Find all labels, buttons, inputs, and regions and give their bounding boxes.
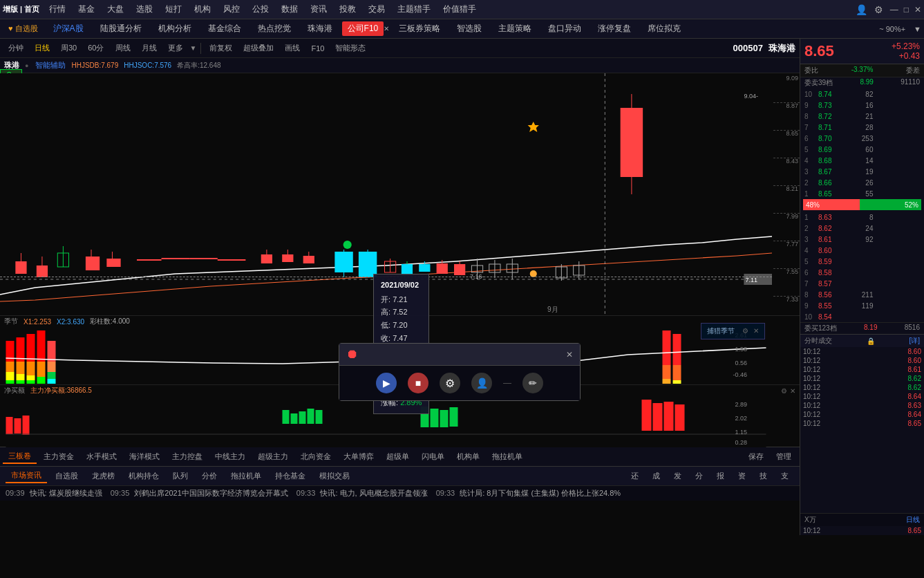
- right-tab-zhi[interactable]: 支: [775, 469, 794, 483]
- menu-item-news[interactable]: 资讯: [305, 2, 332, 17]
- menu-item-fund[interactable]: 基金: [73, 2, 100, 17]
- smart-form[interactable]: 智能形态: [331, 42, 370, 54]
- right-tab-ji[interactable]: 技: [754, 469, 773, 483]
- nav-close-tab[interactable]: ✕: [384, 25, 389, 32]
- time-60min[interactable]: 60分: [84, 42, 108, 54]
- menu-item-data[interactable]: 数据: [276, 2, 303, 17]
- bid-header-label: 委买123档: [804, 324, 837, 333]
- time-weekly30[interactable]: 周30: [57, 42, 81, 54]
- bottom-tab-haiyang[interactable]: 海洋模式: [124, 450, 165, 463]
- bottom-tab-baocun[interactable]: 保存: [743, 450, 769, 463]
- menu-item-short[interactable]: 短打: [160, 2, 187, 17]
- svg-text:1.15: 1.15: [735, 429, 748, 436]
- nav-jigou[interactable]: 基金综合: [201, 21, 248, 36]
- menu-item-edu[interactable]: 投教: [334, 2, 361, 17]
- bottom-tab-zhongxian[interactable]: 中线主力: [209, 450, 251, 463]
- video-person-btn[interactable]: 👤: [471, 373, 492, 393]
- nav-pankou[interactable]: 涨停复盘: [591, 21, 638, 36]
- svg-text:0.56: 0.56: [735, 360, 748, 366]
- menu-item-risk[interactable]: 风控: [218, 2, 245, 17]
- capture-settings-icon[interactable]: ⚙: [742, 327, 748, 335]
- bottom-tab-guanli[interactable]: 管理: [771, 450, 797, 463]
- capture-close-icon[interactable]: ✕: [753, 327, 759, 335]
- info-tab-jijin[interactable]: 持仓基金: [270, 469, 311, 483]
- maximize-icon[interactable]: □: [904, 5, 909, 15]
- info-tab-zixuan[interactable]: 自选股: [50, 469, 84, 483]
- nav-zhangting[interactable]: 席位拟克: [641, 21, 688, 36]
- zoom-down-icon[interactable]: ▼: [914, 25, 921, 33]
- chaojidiejia[interactable]: 超级叠加: [239, 42, 278, 54]
- bottom-tab-shuishou[interactable]: 水手模式: [81, 450, 122, 463]
- time-1min[interactable]: 分钟: [4, 42, 28, 54]
- fuquan[interactable]: 前复权: [205, 42, 236, 54]
- user-icon[interactable]: 👤: [856, 4, 867, 15]
- settings-icon[interactable]: ⚙: [874, 4, 883, 15]
- menu-item-market[interactable]: 行情: [44, 2, 71, 17]
- right-tab-fa[interactable]: 发: [668, 469, 687, 483]
- info-tab-moni[interactable]: 模拟交易: [314, 469, 355, 483]
- nav-f10[interactable]: 三板券策略: [392, 21, 447, 36]
- right-tab-bao[interactable]: 报: [711, 469, 730, 483]
- right-tab-huan[interactable]: 还: [625, 469, 644, 483]
- bottom-tab-dadan[interactable]: 大单博弈: [338, 450, 379, 463]
- info-tab-market[interactable]: 市场资讯: [6, 469, 47, 483]
- time-more[interactable]: 更多: [164, 42, 187, 54]
- nav-sanban[interactable]: 智选股: [450, 21, 489, 36]
- nav-redian[interactable]: 珠海港: [301, 21, 339, 36]
- nav-xiweinik[interactable]: [690, 28, 704, 30]
- info-tab-fenjia[interactable]: 分价: [196, 469, 223, 483]
- menu-item-invest[interactable]: 公投: [247, 2, 274, 17]
- nav-zhuti[interactable]: 盘口异动: [541, 21, 588, 36]
- detail-label[interactable]: [详]: [909, 336, 920, 346]
- huaxian[interactable]: 画线: [281, 42, 304, 54]
- indicator2-settings-icon[interactable]: ⚙: [781, 387, 787, 395]
- video-pen-btn[interactable]: ✏: [522, 373, 543, 393]
- nav-zhuhai[interactable]: 公司F10: [342, 21, 384, 36]
- menu-item-value[interactable]: 价值猎手: [437, 2, 482, 17]
- nav-jijin[interactable]: 热点挖觉: [251, 21, 298, 36]
- menu-item-theme[interactable]: 主题猎手: [392, 2, 436, 17]
- bid-row-8: 8 8.56 211: [800, 289, 924, 300]
- indicator2-close-icon[interactable]: ✕: [790, 387, 795, 395]
- bottom-tab-beixiang[interactable]: 北向资金: [295, 450, 337, 463]
- bottom-tab-tula[interactable]: 拖拉机单: [487, 450, 528, 463]
- bottom-tab-jigoudan[interactable]: 机构单: [451, 450, 485, 463]
- bottom-tab-shandian[interactable]: 闪电单: [416, 450, 450, 463]
- bottom-tab-chaoji[interactable]: 超级主力: [252, 450, 294, 463]
- video-dialog-close-btn[interactable]: ✕: [566, 350, 573, 360]
- video-settings-btn[interactable]: ⚙: [440, 373, 460, 393]
- lock-icon[interactable]: 🔒: [867, 337, 875, 345]
- nav-zhiding[interactable]: 沪深A股: [46, 21, 91, 36]
- svg-rect-79: [48, 379, 56, 384]
- info-tab-longhu[interactable]: 龙虎榜: [86, 469, 120, 483]
- nav-hushen[interactable]: 陆股通分析: [93, 21, 149, 36]
- bottom-tab-chaojidan[interactable]: 超级单: [381, 450, 415, 463]
- time-daily[interactable]: 日线: [30, 42, 54, 54]
- nav-lutong[interactable]: 机构分析: [151, 21, 198, 36]
- current-price: 8.65: [804, 42, 834, 60]
- right-tab-zi[interactable]: 资: [733, 469, 751, 483]
- time-weekly[interactable]: 周线: [111, 42, 135, 54]
- menu-item-inst[interactable]: 机构: [189, 2, 216, 17]
- menu-item-select[interactable]: 选股: [131, 2, 158, 17]
- nav-fav[interactable]: ♥ 自选股: [3, 22, 44, 35]
- svg-text:0.28: 0.28: [735, 439, 748, 446]
- info-tab-duilie[interactable]: 队列: [167, 469, 194, 483]
- menu-item-trade[interactable]: 交易: [363, 2, 390, 17]
- nav-zhixuan[interactable]: 主题策略: [491, 21, 538, 36]
- close-icon[interactable]: ✕: [914, 5, 921, 15]
- menu-item-market2[interactable]: 大盘: [102, 2, 129, 17]
- right-tab-fen[interactable]: 分: [690, 469, 708, 483]
- time-monthly[interactable]: 月线: [138, 42, 161, 54]
- video-stop-btn[interactable]: ■: [408, 373, 428, 393]
- more-arrow[interactable]: ▼: [190, 44, 197, 52]
- minimize-icon[interactable]: —: [890, 5, 898, 15]
- right-tab-cheng[interactable]: 成: [647, 469, 666, 483]
- f10-btn[interactable]: F10: [307, 44, 328, 53]
- bottom-tab-zhulipan[interactable]: 主力控盘: [167, 450, 208, 463]
- video-play-btn[interactable]: ▶: [376, 373, 397, 393]
- info-tab-tuolaji[interactable]: 拖拉机单: [225, 469, 267, 483]
- info-tab-jigou[interactable]: 机构持仓: [123, 469, 164, 483]
- bottom-tab-zhuli[interactable]: 主力资金: [38, 450, 79, 463]
- bottom-tab-sanban[interactable]: 三板卷: [3, 449, 37, 464]
